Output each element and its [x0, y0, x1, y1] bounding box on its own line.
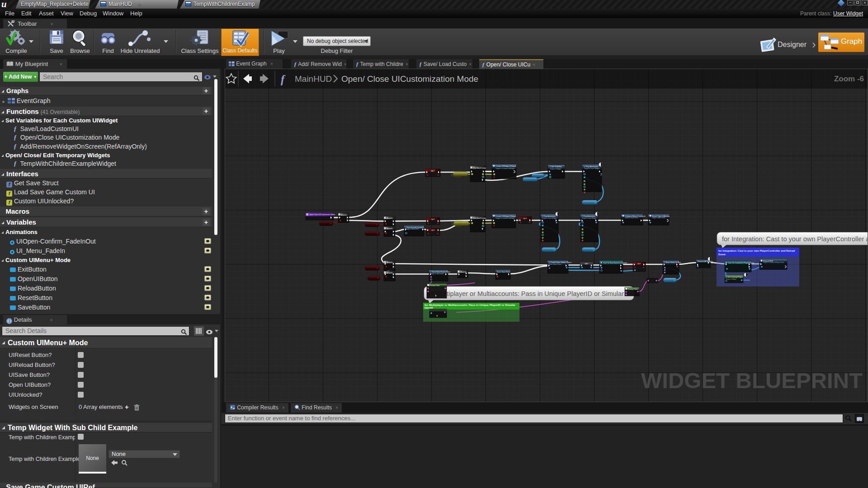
svg-text:Format Text: Format Text — [430, 284, 440, 286]
svg-text:Target is User Widget: Target is User Widget — [582, 217, 596, 219]
svg-text:Branch: Branch — [461, 271, 467, 273]
svg-text:Open/ Close UICustomization Mo: Open/ Close UICustomization Mode — [341, 74, 478, 84]
svg-text:ƒ Set Visibility: ƒ Set Visibility — [550, 165, 562, 168]
svg-text:Event: Event — [718, 253, 726, 256]
svg-text:SET: SET — [637, 263, 642, 265]
svg-text:Target is Widget: Target is Widget — [550, 168, 561, 170]
svg-text:For Each Loop: For Each Loop — [473, 217, 486, 219]
svg-text:Target is Widget: Target is Widget — [726, 278, 736, 280]
svg-text:WIDGET BLUEPRINT: WIDGET BLUEPRINT — [641, 368, 863, 393]
svg-text:for Multiplayer or Multiaccoun: for Multiplayer or Multiaccounts: Pass i… — [427, 290, 649, 297]
svg-text:ƒ Save Game to Slot: ƒ Save Game to Slot — [664, 261, 681, 263]
svg-text:Open/ Close UICustomization Mo: Open/ Close UICustomization Mode — [309, 214, 335, 216]
svg-text:Target is Custom UIWidget: Target is Custom UIWidget — [495, 217, 515, 219]
svg-text:Remove All Widgets: Remove All Widgets — [698, 261, 713, 263]
svg-text:Cast To SaveGameCustomUI: Cast To SaveGameCustomUI — [603, 262, 627, 264]
svg-text:for Integration: Cast to your: for Integration: Cast to your own Player… — [722, 235, 868, 243]
svg-text:for Integration: Cast to your: for Integration: Cast to your own Player… — [718, 249, 795, 252]
svg-text:Target is Main HUD: Target is Main HUD — [406, 228, 419, 230]
svg-text:Create UIWidget Widget: Create UIWidget Widget — [495, 165, 516, 167]
svg-text:Target is Main HUD: Target is Main HUD — [430, 273, 444, 275]
svg-text:SET: SET — [431, 218, 435, 221]
svg-text:Target is User Widget: Target is User Widget — [584, 168, 599, 169]
svg-text:for Multiplayer or Multiaccoun: for Multiplayer or Multiaccounts: Pass i… — [425, 303, 515, 306]
svg-text:For Each Loop: For Each Loop — [473, 167, 486, 169]
svg-text:Does Save Exist: Does Save Exist — [497, 271, 510, 273]
svg-text:Branch: Branch — [387, 272, 393, 274]
svg-text:SET: SET — [523, 217, 527, 220]
svg-text:MainHUD: MainHUD — [295, 74, 332, 84]
svg-text:Format Text: Format Text — [628, 288, 638, 290]
svg-text:Target is Main HUD: Target is Main HUD — [625, 217, 638, 219]
svg-text:SET: SET — [431, 170, 435, 172]
svg-text:ƒ Play Animation: ƒ Play Animation — [584, 165, 599, 168]
svg-text:Target is Main HUD: Target is Main HUD — [652, 217, 665, 219]
svg-text:SET: SET — [431, 229, 435, 231]
svg-text:Branch: Branch — [387, 217, 393, 219]
svg-text:Target is User Widget: Target is User Widget — [542, 217, 557, 219]
svg-text:Cast To CustomUI_PlayerContro: Cast To CustomUI_PlayerContro — [728, 262, 755, 264]
svg-text:Create UIWidget Widget: Create UIWidget Widget — [495, 215, 516, 217]
svg-text:··: ·· — [652, 280, 653, 282]
svg-text:Branch: Branch — [387, 261, 393, 263]
svg-text:Target is Custom UIWidget: Target is Custom UIWidget — [495, 168, 515, 169]
svg-text:Identif: Identif — [425, 306, 433, 309]
svg-text:Target is Custom UIPlayerContr: Target is Custom UIPlayerContro — [763, 262, 784, 263]
svg-text:Branch: Branch — [387, 227, 393, 230]
svg-text:Save Game Class: Save Game Class — [549, 263, 561, 265]
svg-text:Branch: Branch — [341, 214, 347, 216]
svg-text:ƒ Get Owning Player: ƒ Get Owning Player — [726, 276, 743, 278]
svg-text:SET: SET — [585, 263, 589, 265]
svg-text:Zoom -6: Zoom -6 — [834, 75, 864, 83]
